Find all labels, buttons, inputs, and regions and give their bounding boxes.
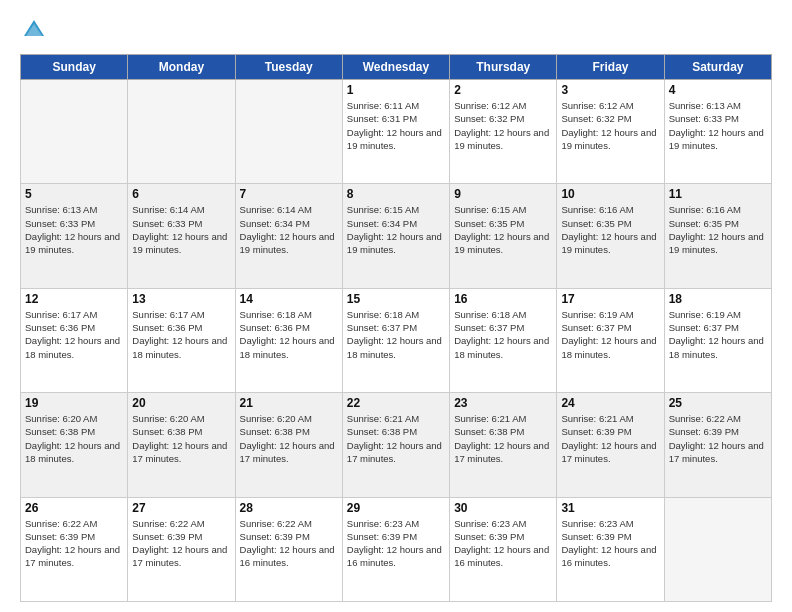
day-cell: 1Sunrise: 6:11 AM Sunset: 6:31 PM Daylig… [342,80,449,184]
header-row: SundayMondayTuesdayWednesdayThursdayFrid… [21,55,772,80]
day-number: 3 [561,83,659,97]
day-info: Sunrise: 6:18 AM Sunset: 6:37 PM Dayligh… [454,308,552,361]
day-number: 19 [25,396,123,410]
day-cell: 13Sunrise: 6:17 AM Sunset: 6:36 PM Dayli… [128,288,235,392]
day-info: Sunrise: 6:20 AM Sunset: 6:38 PM Dayligh… [25,412,123,465]
day-number: 11 [669,187,767,201]
header-cell-wednesday: Wednesday [342,55,449,80]
day-cell: 26Sunrise: 6:22 AM Sunset: 6:39 PM Dayli… [21,497,128,601]
day-number: 9 [454,187,552,201]
day-number: 28 [240,501,338,515]
day-info: Sunrise: 6:19 AM Sunset: 6:37 PM Dayligh… [561,308,659,361]
day-cell [128,80,235,184]
day-number: 6 [132,187,230,201]
day-info: Sunrise: 6:18 AM Sunset: 6:36 PM Dayligh… [240,308,338,361]
week-row-3: 12Sunrise: 6:17 AM Sunset: 6:36 PM Dayli… [21,288,772,392]
day-cell: 22Sunrise: 6:21 AM Sunset: 6:38 PM Dayli… [342,393,449,497]
week-row-2: 5Sunrise: 6:13 AM Sunset: 6:33 PM Daylig… [21,184,772,288]
day-cell: 19Sunrise: 6:20 AM Sunset: 6:38 PM Dayli… [21,393,128,497]
calendar-table: SundayMondayTuesdayWednesdayThursdayFrid… [20,54,772,602]
day-cell: 25Sunrise: 6:22 AM Sunset: 6:39 PM Dayli… [664,393,771,497]
day-cell: 30Sunrise: 6:23 AM Sunset: 6:39 PM Dayli… [450,497,557,601]
day-cell: 12Sunrise: 6:17 AM Sunset: 6:36 PM Dayli… [21,288,128,392]
day-number: 14 [240,292,338,306]
day-info: Sunrise: 6:18 AM Sunset: 6:37 PM Dayligh… [347,308,445,361]
day-info: Sunrise: 6:23 AM Sunset: 6:39 PM Dayligh… [454,517,552,570]
calendar-header: SundayMondayTuesdayWednesdayThursdayFrid… [21,55,772,80]
header-cell-sunday: Sunday [21,55,128,80]
day-cell: 10Sunrise: 6:16 AM Sunset: 6:35 PM Dayli… [557,184,664,288]
header-cell-tuesday: Tuesday [235,55,342,80]
day-cell [21,80,128,184]
day-number: 27 [132,501,230,515]
day-number: 1 [347,83,445,97]
day-number: 8 [347,187,445,201]
day-cell: 18Sunrise: 6:19 AM Sunset: 6:37 PM Dayli… [664,288,771,392]
day-info: Sunrise: 6:16 AM Sunset: 6:35 PM Dayligh… [561,203,659,256]
day-info: Sunrise: 6:22 AM Sunset: 6:39 PM Dayligh… [25,517,123,570]
day-cell: 24Sunrise: 6:21 AM Sunset: 6:39 PM Dayli… [557,393,664,497]
day-info: Sunrise: 6:23 AM Sunset: 6:39 PM Dayligh… [561,517,659,570]
day-info: Sunrise: 6:14 AM Sunset: 6:33 PM Dayligh… [132,203,230,256]
day-cell: 4Sunrise: 6:13 AM Sunset: 6:33 PM Daylig… [664,80,771,184]
day-info: Sunrise: 6:22 AM Sunset: 6:39 PM Dayligh… [669,412,767,465]
week-row-4: 19Sunrise: 6:20 AM Sunset: 6:38 PM Dayli… [21,393,772,497]
day-cell: 14Sunrise: 6:18 AM Sunset: 6:36 PM Dayli… [235,288,342,392]
logo [20,16,52,44]
day-number: 15 [347,292,445,306]
day-cell: 29Sunrise: 6:23 AM Sunset: 6:39 PM Dayli… [342,497,449,601]
day-cell: 5Sunrise: 6:13 AM Sunset: 6:33 PM Daylig… [21,184,128,288]
day-info: Sunrise: 6:17 AM Sunset: 6:36 PM Dayligh… [132,308,230,361]
day-info: Sunrise: 6:21 AM Sunset: 6:39 PM Dayligh… [561,412,659,465]
day-number: 7 [240,187,338,201]
day-info: Sunrise: 6:20 AM Sunset: 6:38 PM Dayligh… [132,412,230,465]
day-cell: 17Sunrise: 6:19 AM Sunset: 6:37 PM Dayli… [557,288,664,392]
day-info: Sunrise: 6:22 AM Sunset: 6:39 PM Dayligh… [240,517,338,570]
day-cell: 6Sunrise: 6:14 AM Sunset: 6:33 PM Daylig… [128,184,235,288]
day-cell [235,80,342,184]
day-info: Sunrise: 6:21 AM Sunset: 6:38 PM Dayligh… [347,412,445,465]
day-info: Sunrise: 6:20 AM Sunset: 6:38 PM Dayligh… [240,412,338,465]
day-cell [664,497,771,601]
header [20,16,772,44]
day-number: 12 [25,292,123,306]
day-info: Sunrise: 6:15 AM Sunset: 6:35 PM Dayligh… [454,203,552,256]
day-info: Sunrise: 6:13 AM Sunset: 6:33 PM Dayligh… [669,99,767,152]
day-number: 16 [454,292,552,306]
day-info: Sunrise: 6:13 AM Sunset: 6:33 PM Dayligh… [25,203,123,256]
logo-icon [20,16,48,44]
header-cell-thursday: Thursday [450,55,557,80]
day-number: 30 [454,501,552,515]
day-info: Sunrise: 6:22 AM Sunset: 6:39 PM Dayligh… [132,517,230,570]
day-number: 22 [347,396,445,410]
week-row-5: 26Sunrise: 6:22 AM Sunset: 6:39 PM Dayli… [21,497,772,601]
day-info: Sunrise: 6:14 AM Sunset: 6:34 PM Dayligh… [240,203,338,256]
day-cell: 20Sunrise: 6:20 AM Sunset: 6:38 PM Dayli… [128,393,235,497]
day-cell: 15Sunrise: 6:18 AM Sunset: 6:37 PM Dayli… [342,288,449,392]
day-number: 5 [25,187,123,201]
day-number: 24 [561,396,659,410]
day-number: 2 [454,83,552,97]
day-info: Sunrise: 6:21 AM Sunset: 6:38 PM Dayligh… [454,412,552,465]
day-number: 23 [454,396,552,410]
day-info: Sunrise: 6:12 AM Sunset: 6:32 PM Dayligh… [561,99,659,152]
day-number: 18 [669,292,767,306]
day-info: Sunrise: 6:16 AM Sunset: 6:35 PM Dayligh… [669,203,767,256]
day-cell: 8Sunrise: 6:15 AM Sunset: 6:34 PM Daylig… [342,184,449,288]
day-cell: 3Sunrise: 6:12 AM Sunset: 6:32 PM Daylig… [557,80,664,184]
day-number: 10 [561,187,659,201]
day-info: Sunrise: 6:12 AM Sunset: 6:32 PM Dayligh… [454,99,552,152]
day-info: Sunrise: 6:23 AM Sunset: 6:39 PM Dayligh… [347,517,445,570]
day-number: 31 [561,501,659,515]
page: SundayMondayTuesdayWednesdayThursdayFrid… [0,0,792,612]
day-number: 13 [132,292,230,306]
day-number: 25 [669,396,767,410]
day-number: 17 [561,292,659,306]
day-number: 21 [240,396,338,410]
calendar-body: 1Sunrise: 6:11 AM Sunset: 6:31 PM Daylig… [21,80,772,602]
day-number: 26 [25,501,123,515]
header-cell-friday: Friday [557,55,664,80]
day-info: Sunrise: 6:17 AM Sunset: 6:36 PM Dayligh… [25,308,123,361]
day-info: Sunrise: 6:15 AM Sunset: 6:34 PM Dayligh… [347,203,445,256]
day-info: Sunrise: 6:19 AM Sunset: 6:37 PM Dayligh… [669,308,767,361]
